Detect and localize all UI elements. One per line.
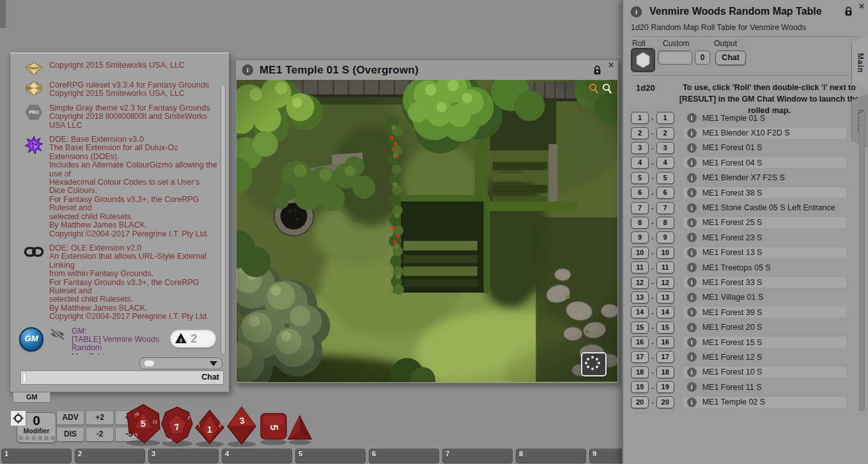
custom-mod-box[interactable]: 0 bbox=[695, 50, 710, 65]
row-info-icon[interactable] bbox=[687, 233, 697, 242]
row-info-icon[interactable] bbox=[687, 218, 697, 228]
range-from-box[interactable]: 3 bbox=[631, 142, 649, 154]
row-info-icon[interactable] bbox=[687, 323, 697, 332]
radial-menu-button[interactable] bbox=[581, 352, 607, 376]
range-from-box[interactable]: 13 bbox=[631, 291, 649, 304]
row-info-icon[interactable] bbox=[687, 158, 697, 167]
row-info-icon[interactable] bbox=[687, 113, 697, 123]
range-to-box[interactable]: 18 bbox=[656, 366, 674, 378]
hotkey-slot[interactable]: 6 bbox=[369, 449, 439, 463]
range-to-box[interactable]: 10 bbox=[656, 247, 674, 259]
range-from-box[interactable]: 4 bbox=[631, 157, 649, 169]
hotkey-slot[interactable]: 4 bbox=[222, 449, 292, 463]
range-to-box[interactable]: 19 bbox=[656, 381, 674, 393]
row-info-icon[interactable] bbox=[687, 128, 697, 138]
adv-button[interactable]: ADV bbox=[56, 410, 84, 425]
row-info-icon[interactable] bbox=[687, 263, 697, 272]
chat-scrollbar[interactable] bbox=[221, 84, 226, 353]
range-to-box[interactable]: 16 bbox=[656, 336, 674, 348]
hotkey-slot[interactable]: 1 bbox=[1, 449, 72, 463]
range-from-box[interactable]: 17 bbox=[631, 351, 649, 363]
range-from-box[interactable]: 16 bbox=[631, 336, 649, 348]
range-from-box[interactable]: 7 bbox=[631, 202, 649, 214]
chat-log[interactable]: Copyright 2015 Smiteworks USA, LLC CoreR… bbox=[15, 56, 217, 355]
range-from-box[interactable]: 14 bbox=[631, 306, 649, 318]
hotkey-slot[interactable]: 2 bbox=[75, 449, 145, 463]
output-chat-button[interactable]: Chat bbox=[715, 50, 746, 65]
range-to-box[interactable]: 1 bbox=[656, 112, 674, 124]
range-from-box[interactable]: 11 bbox=[631, 261, 649, 274]
range-from-box[interactable]: 20 bbox=[631, 396, 649, 408]
zoom-in-icon[interactable] bbox=[589, 83, 599, 95]
hotkey-slot[interactable]: 5 bbox=[295, 449, 366, 463]
d6-die[interactable]: 5 bbox=[258, 411, 289, 448]
lock-icon[interactable] bbox=[844, 6, 853, 17]
chat-input[interactable] bbox=[21, 371, 223, 384]
range-to-box[interactable]: 9 bbox=[656, 231, 674, 244]
row-info-icon[interactable] bbox=[687, 293, 697, 302]
d10-die[interactable]: 1 7 3 bbox=[194, 408, 226, 449]
range-from-box[interactable]: 18 bbox=[631, 366, 649, 378]
range-from-box[interactable]: 19 bbox=[631, 381, 649, 393]
range-from-box[interactable]: 2 bbox=[631, 127, 649, 139]
range-to-box[interactable]: 5 bbox=[656, 172, 674, 184]
range-to-box[interactable]: 11 bbox=[656, 261, 674, 274]
options-gear-button[interactable] bbox=[10, 410, 26, 426]
range-to-box[interactable]: 4 bbox=[656, 157, 674, 169]
hotkey-slot[interactable]: 7 bbox=[442, 449, 513, 463]
range-to-box[interactable]: 7 bbox=[656, 202, 674, 214]
row-info-icon[interactable] bbox=[687, 173, 697, 183]
d4-die[interactable] bbox=[285, 414, 314, 449]
row-info-icon[interactable] bbox=[687, 248, 697, 258]
row-info-icon[interactable] bbox=[687, 398, 697, 407]
row-info-icon[interactable] bbox=[687, 352, 697, 362]
d12-die[interactable]: 7 10 2 bbox=[160, 406, 194, 449]
range-to-box[interactable]: 6 bbox=[656, 187, 674, 199]
d8-die[interactable]: 3 bbox=[225, 406, 258, 449]
range-from-box[interactable]: 12 bbox=[631, 277, 649, 289]
plus2-button[interactable]: +2 bbox=[86, 410, 114, 425]
range-to-box[interactable]: 8 bbox=[656, 217, 674, 229]
range-from-box[interactable]: 8 bbox=[631, 217, 649, 229]
range-to-box[interactable]: 3 bbox=[656, 142, 674, 154]
row-info-icon[interactable] bbox=[687, 367, 697, 377]
table-info-icon[interactable] bbox=[631, 6, 642, 17]
range-from-box[interactable]: 6 bbox=[631, 187, 649, 199]
range-to-box[interactable]: 12 bbox=[656, 277, 674, 289]
row-info-icon[interactable] bbox=[687, 143, 697, 153]
close-icon[interactable] bbox=[607, 61, 616, 70]
dis-button[interactable]: DIS bbox=[56, 427, 84, 442]
tab-main[interactable]: Main bbox=[851, 36, 868, 91]
range-to-box[interactable]: 14 bbox=[656, 306, 674, 318]
row-info-icon[interactable] bbox=[687, 337, 697, 347]
map-info-icon[interactable] bbox=[242, 65, 253, 75]
range-from-box[interactable]: 5 bbox=[631, 172, 649, 184]
row-info-icon[interactable] bbox=[687, 203, 697, 213]
table-window-header[interactable]: Venmire Woods Random Map Table bbox=[623, 0, 868, 17]
lock-icon[interactable] bbox=[593, 65, 601, 75]
close-icon[interactable] bbox=[857, 2, 866, 11]
minus2-button[interactable]: -2 bbox=[86, 427, 114, 442]
range-to-box[interactable]: 15 bbox=[656, 321, 674, 334]
gm-identity-tab[interactable]: GM bbox=[13, 392, 50, 403]
row-info-icon[interactable] bbox=[687, 277, 697, 287]
hotkey-slot[interactable]: 3 bbox=[148, 449, 219, 463]
range-to-box[interactable]: 17 bbox=[656, 351, 674, 363]
custom-dice-field[interactable] bbox=[658, 50, 692, 65]
range-from-box[interactable]: 15 bbox=[631, 321, 649, 334]
range-from-box[interactable]: 10 bbox=[631, 247, 649, 259]
hotkey-slot[interactable]: 8 bbox=[516, 449, 586, 463]
range-from-box[interactable]: 1 bbox=[631, 112, 649, 124]
row-info-icon[interactable] bbox=[687, 382, 697, 392]
row-info-icon[interactable] bbox=[687, 307, 697, 317]
roll-die-button[interactable] bbox=[631, 48, 655, 72]
row-info-icon[interactable] bbox=[687, 188, 697, 197]
map-window-header[interactable]: ME1 Temple 01 S (Overgrown) bbox=[236, 60, 618, 81]
range-to-box[interactable]: 20 bbox=[656, 396, 674, 408]
range-from-box[interactable]: 9 bbox=[631, 231, 649, 244]
range-to-box[interactable]: 2 bbox=[656, 127, 674, 139]
chat-mode-dropdown[interactable] bbox=[139, 357, 222, 369]
range-to-box[interactable]: 13 bbox=[656, 291, 674, 304]
roll-result-badge[interactable]: 2 2 bbox=[170, 330, 216, 348]
d20-die[interactable]: 5 18 15 13 bbox=[125, 403, 161, 449]
